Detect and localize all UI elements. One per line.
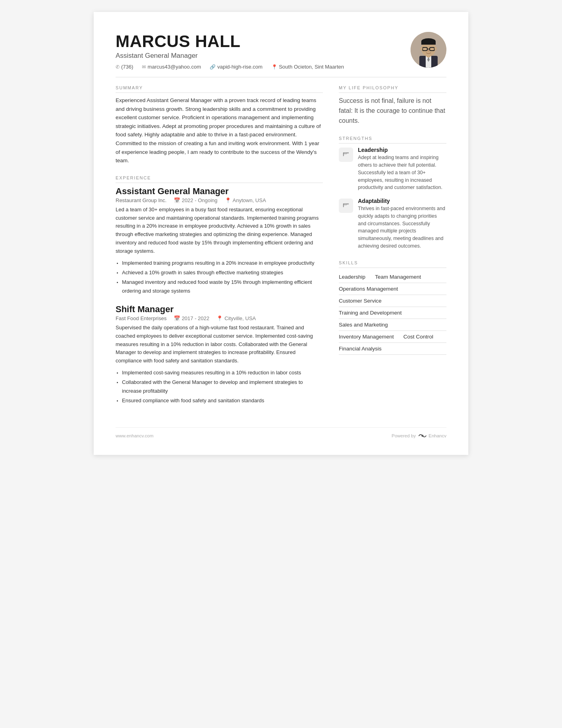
website-item: 🔗 vapid-high-rise.com	[210, 64, 262, 70]
svg-point-13	[428, 50, 430, 51]
contact-row: ✆ (736) ✉ marcus43@yahoo.com 🔗 vapid-hig…	[116, 64, 344, 70]
avatar	[411, 32, 446, 68]
job-2-company: Fast Food Enterprises	[116, 315, 167, 321]
link-icon: 🔗	[210, 64, 216, 70]
strength-1-name: Leadership	[358, 147, 446, 153]
job-1-desc: Led a team of 30+ employees in a busy fa…	[116, 206, 323, 256]
job-1-company: Restaurant Group Inc.	[116, 197, 167, 203]
job-2-bullets: Implemented cost-saving measures resulti…	[116, 368, 323, 405]
skills-row-2: Operations Management	[339, 283, 446, 295]
svg-point-18	[422, 435, 424, 437]
job-2-location: 📍 Cityville, USA	[216, 315, 256, 321]
summary-label: SUMMARY	[116, 85, 323, 93]
svg-rect-17	[343, 204, 344, 207]
phone-icon: ✆	[116, 64, 120, 70]
pin-icon-1: 📍	[225, 197, 231, 203]
job-1-meta: Restaurant Group Inc. 📅 2022 - Ongoing 📍…	[116, 197, 323, 203]
skill-sales: Sales and Marketing	[339, 322, 388, 328]
skills-section: SKILLS Leadership Team Management Operat…	[339, 260, 446, 355]
candidate-title: Assistant General Manager	[116, 52, 344, 60]
skill-inventory: Inventory Management	[339, 334, 394, 340]
job-2: Shift Manager Fast Food Enterprises 📅 20…	[116, 304, 323, 405]
leadership-icon	[339, 148, 353, 162]
skills-row-5: Sales and Marketing	[339, 319, 446, 331]
job-2-meta: Fast Food Enterprises 📅 2017 - 2022 📍 Ci…	[116, 315, 323, 321]
footer-website: www.enhancv.com	[116, 433, 153, 438]
enhancv-logo: Enhancv	[418, 433, 446, 439]
website-text: vapid-high-rise.com	[217, 64, 262, 70]
experience-section: EXPERIENCE Assistant General Manager Res…	[116, 175, 323, 405]
strength-1-content: Leadership Adept at leading teams and in…	[358, 147, 446, 191]
location-text: South Ocieton, Sint Maarten	[279, 64, 344, 70]
right-column: MY LIFE PHILOSOPHY Success is not final,…	[339, 85, 446, 415]
philosophy-label: MY LIFE PHILOSOPHY	[339, 85, 446, 93]
skill-operations: Operations Management	[339, 286, 398, 292]
job-2-date: 📅 2017 - 2022	[174, 315, 209, 321]
skills-row-7: Financial Analysis	[339, 343, 446, 355]
skill-training: Training and Development	[339, 310, 402, 316]
resume-page: MARCUS HALL Assistant General Manager ✆ …	[94, 12, 468, 455]
bullet-item: Managed inventory and reduced food waste…	[122, 278, 323, 295]
summary-section: SUMMARY Experienced Assistant General Ma…	[116, 85, 323, 165]
email-icon: ✉	[142, 64, 146, 70]
job-1: Assistant General Manager Restaurant Gro…	[116, 186, 323, 295]
enhancv-logo-icon	[418, 433, 427, 439]
skills-row-3: Customer Service	[339, 295, 446, 307]
philosophy-text: Success is not final, failure is not fat…	[339, 96, 446, 126]
svg-rect-15	[343, 153, 344, 156]
job-1-title: Assistant General Manager	[116, 186, 323, 197]
skill-cost-control: Cost Control	[403, 334, 433, 340]
job-2-title: Shift Manager	[116, 304, 323, 315]
pin-icon-2: 📍	[216, 315, 223, 321]
bullet-item: Implemented training programs resulting …	[122, 259, 323, 268]
footer: www.enhancv.com Powered by Enhancv	[116, 427, 446, 439]
main-layout: SUMMARY Experienced Assistant General Ma…	[116, 85, 446, 415]
experience-label: EXPERIENCE	[116, 175, 323, 183]
bullet-item: Implemented cost-saving measures resulti…	[122, 368, 323, 377]
strength-2-content: Adaptability Thrives in fast-paced envir…	[358, 198, 446, 250]
phone-text: (736)	[121, 64, 133, 70]
svg-point-9	[420, 47, 422, 50]
calendar-icon-1: 📅	[174, 197, 180, 203]
bullet-item: Achieved a 10% growth in sales through e…	[122, 268, 323, 277]
strength-1: Leadership Adept at leading teams and in…	[339, 147, 446, 191]
strength-2-desc: Thrives in fast-paced environments and q…	[358, 205, 446, 250]
svg-rect-12	[421, 41, 436, 45]
skill-leadership: Leadership	[339, 274, 365, 280]
bullet-item: Collaborated with the General Manager to…	[122, 378, 323, 395]
job-1-location: 📍 Anytown, USA	[225, 197, 266, 203]
email-item: ✉ marcus43@yahoo.com	[142, 64, 201, 70]
svg-point-10	[434, 47, 437, 50]
philosophy-section: MY LIFE PHILOSOPHY Success is not final,…	[339, 85, 446, 126]
job-1-bullets: Implemented training programs resulting …	[116, 259, 323, 295]
skill-financial: Financial Analysis	[339, 346, 381, 352]
candidate-name: MARCUS HALL	[116, 32, 344, 51]
skills-label: SKILLS	[339, 260, 446, 268]
strengths-section: STRENGTHS Leadership Adept at leading te…	[339, 136, 446, 250]
job-2-desc: Supervised the daily operations of a hig…	[116, 324, 323, 365]
email-text: marcus43@yahoo.com	[147, 64, 201, 70]
powered-by-text: Powered by	[392, 433, 416, 438]
strength-2-name: Adaptability	[358, 198, 446, 204]
strength-1-desc: Adept at leading teams and inspiring oth…	[358, 154, 446, 191]
header-divider	[116, 77, 446, 77]
strengths-label: STRENGTHS	[339, 136, 446, 144]
skill-customer-service: Customer Service	[339, 298, 381, 304]
summary-text: Experienced Assistant General Manager wi…	[116, 96, 323, 165]
bullet-item: Ensured compliance with food safety and …	[122, 396, 323, 405]
strength-2: Adaptability Thrives in fast-paced envir…	[339, 198, 446, 250]
header: MARCUS HALL Assistant General Manager ✆ …	[116, 32, 446, 70]
skills-grid: Leadership Team Management Operations Ma…	[339, 271, 446, 355]
skills-row-6: Inventory Management Cost Control	[339, 331, 446, 343]
skills-row-4: Training and Development	[339, 307, 446, 319]
footer-brand: Powered by Enhancv	[392, 433, 447, 439]
header-left: MARCUS HALL Assistant General Manager ✆ …	[116, 32, 344, 70]
calendar-icon-2: 📅	[174, 315, 180, 321]
location-item: 📍 South Ocieton, Sint Maarten	[271, 64, 344, 70]
left-column: SUMMARY Experienced Assistant General Ma…	[116, 85, 323, 415]
job-1-date: 📅 2022 - Ongoing	[174, 197, 218, 203]
skill-team-mgmt: Team Management	[375, 274, 421, 280]
adaptability-icon	[339, 199, 353, 213]
phone-item: ✆ (736)	[116, 64, 133, 70]
location-icon: 📍	[271, 64, 277, 70]
